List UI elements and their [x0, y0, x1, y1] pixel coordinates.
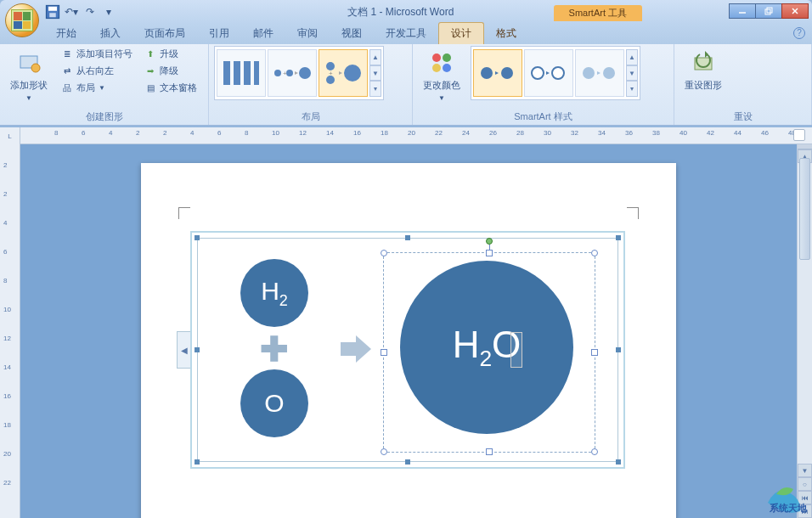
tab-design[interactable]: 设计: [438, 22, 484, 44]
svg-point-27: [501, 67, 513, 79]
node-text: O: [264, 389, 284, 418]
gallery-down-icon[interactable]: ▼: [626, 65, 638, 82]
tab-mailings[interactable]: 邮件: [241, 23, 285, 44]
tab-review[interactable]: 审阅: [285, 23, 330, 44]
add-shape-label: 添加形状: [10, 79, 48, 92]
layouts-gallery[interactable]: + + ▲ ▼ ▾: [214, 46, 384, 100]
demote-button[interactable]: ➡降级: [141, 63, 200, 79]
smartart-frame[interactable]: ◀ H2 ✚ O: [190, 231, 625, 469]
resize-handle[interactable]: [591, 448, 598, 455]
frame-handle[interactable]: [616, 347, 621, 352]
redo-icon[interactable]: ↷: [82, 3, 99, 20]
tab-page-layout[interactable]: 页面布局: [133, 23, 197, 44]
browse-object-icon[interactable]: ○: [798, 477, 812, 491]
maximize-button[interactable]: [755, 3, 782, 19]
close-button[interactable]: [781, 3, 809, 19]
demote-icon: ➡: [144, 65, 156, 77]
svg-rect-1: [48, 7, 57, 11]
ruler-corner[interactable]: L: [0, 127, 20, 144]
promote-button[interactable]: ⬆升级: [141, 46, 200, 62]
scroll-down-icon[interactable]: ▼: [798, 464, 812, 477]
scroll-thumb[interactable]: [799, 158, 810, 260]
add-bullet-label: 添加项目符号: [76, 48, 133, 60]
selection-frame[interactable]: [383, 252, 595, 453]
document-area: 2246810121416182022 ◀ H2: [0, 144, 812, 518]
svg-rect-10: [223, 61, 230, 85]
frame-handle[interactable]: [195, 347, 200, 352]
layout-button[interactable]: 品布局 ▼: [58, 80, 136, 96]
styles-gallery[interactable]: ▲ ▼ ▾: [471, 46, 640, 100]
tab-view[interactable]: 视图: [330, 23, 374, 44]
svg-rect-4: [765, 9, 770, 14]
textpane-icon: ▤: [144, 82, 156, 94]
svg-point-25: [443, 64, 451, 72]
text-pane-button[interactable]: ▤文本窗格: [141, 80, 200, 96]
style-option-1[interactable]: [473, 49, 522, 97]
demote-label: 降级: [160, 65, 178, 77]
document-viewport[interactable]: ◀ H2 ✚ O: [20, 144, 797, 518]
tab-insert[interactable]: 插入: [88, 23, 133, 44]
resize-handle[interactable]: [486, 448, 493, 455]
vertical-ruler[interactable]: 2246810121416182022: [0, 144, 20, 518]
tab-home[interactable]: 开始: [44, 23, 88, 44]
svg-point-24: [432, 64, 441, 72]
svg-point-16: [286, 70, 293, 76]
layout-option-2[interactable]: +: [268, 49, 317, 97]
gallery-more-icon[interactable]: ▾: [626, 81, 638, 97]
resize-handle[interactable]: [381, 250, 387, 256]
tab-developer[interactable]: 开发工具: [374, 23, 438, 44]
add-shape-button[interactable]: 添加形状 ▼: [5, 46, 53, 105]
add-bullet-button[interactable]: ≣添加项目符号: [58, 46, 136, 62]
split-handle[interactable]: [798, 144, 812, 149]
style-option-2[interactable]: [524, 49, 573, 97]
resize-handle[interactable]: [486, 250, 493, 256]
frame-handle[interactable]: [616, 235, 621, 240]
promote-label: 升级: [160, 48, 178, 60]
ribbon-tabs: 开始 插入 页面布局 引用 邮件 审阅 视图 开发工具 设计 格式 ?: [0, 24, 812, 44]
minimize-button[interactable]: [729, 3, 756, 19]
rtl-button[interactable]: ⇄从右向左: [58, 63, 136, 79]
add-shape-icon: [15, 49, 42, 76]
resize-handle[interactable]: [381, 349, 387, 356]
svg-point-23: [443, 53, 451, 62]
gallery-more-icon[interactable]: ▾: [369, 81, 381, 97]
gallery-up-icon[interactable]: ▲: [626, 49, 638, 65]
office-button[interactable]: [5, 3, 39, 37]
frame-handle[interactable]: [405, 235, 410, 240]
smartart-node-o[interactable]: O: [240, 369, 308, 437]
change-colors-button[interactable]: 更改颜色 ▼: [418, 46, 465, 105]
frame-handle[interactable]: [616, 459, 621, 465]
help-icon[interactable]: ?: [793, 27, 805, 39]
qat-customize-icon[interactable]: ▾: [100, 3, 117, 20]
tab-references[interactable]: 引用: [197, 23, 241, 44]
resize-handle[interactable]: [591, 250, 598, 256]
style-option-3[interactable]: [575, 49, 624, 97]
gallery-down-icon[interactable]: ▼: [369, 65, 381, 82]
smartart-node-h2[interactable]: H2: [240, 259, 308, 327]
layout-option-3[interactable]: +: [319, 49, 368, 97]
tab-format[interactable]: 格式: [484, 23, 528, 44]
reset-icon: [690, 49, 717, 76]
resize-handle[interactable]: [591, 349, 598, 356]
vertical-scrollbar[interactable]: ▲ ▼ ○ ⏮ ⏭: [797, 144, 812, 518]
save-icon[interactable]: [44, 3, 61, 20]
frame-handle[interactable]: [405, 459, 410, 465]
undo-icon[interactable]: ↶▾: [63, 3, 80, 20]
frame-handle[interactable]: [195, 235, 200, 240]
reset-graphic-button[interactable]: 重设图形: [679, 46, 727, 95]
rotation-handle[interactable]: [486, 238, 493, 245]
gallery-scroll: ▲ ▼ ▾: [369, 49, 381, 97]
frame-handle[interactable]: [195, 459, 200, 465]
gallery-up-icon[interactable]: ▲: [369, 49, 381, 65]
resize-handle[interactable]: [381, 448, 387, 455]
page: ◀ H2 ✚ O: [141, 163, 676, 518]
text-pane-toggle[interactable]: ◀: [177, 331, 190, 369]
horizontal-ruler[interactable]: L 86422468101214161820222426283032343638…: [0, 127, 812, 144]
svg-text:+: +: [329, 70, 333, 77]
layout-option-1[interactable]: [217, 49, 266, 97]
ruler-h-scale: 8642246810121416182022242628303234363840…: [20, 127, 812, 144]
ruler-view-toggle[interactable]: [793, 129, 805, 141]
svg-rect-13: [254, 61, 259, 85]
svg-point-21: [344, 65, 361, 82]
layout-icon: 品: [61, 82, 73, 94]
